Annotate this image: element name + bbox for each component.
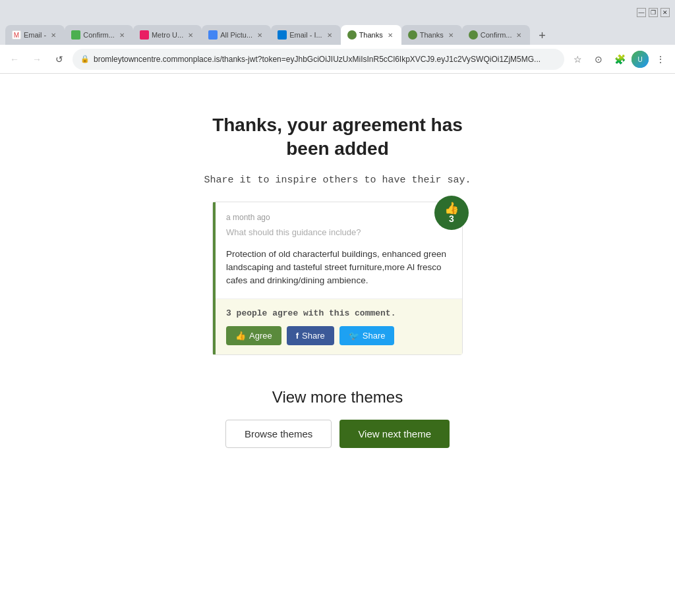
themes-buttons: Browse themes View next theme xyxy=(225,420,450,448)
profile-button[interactable]: ⊙ xyxy=(589,50,608,69)
tab-favicon-thanks1 xyxy=(347,30,357,40)
tab-close-thanks2[interactable]: ✕ xyxy=(446,30,455,40)
lock-icon: 🔒 xyxy=(80,55,90,63)
tab-metro[interactable]: Metro U... ✕ xyxy=(133,25,202,45)
tab-close-confirm2[interactable]: ✕ xyxy=(514,30,523,40)
page-subtitle: Share it to inspire others to have their… xyxy=(204,175,471,186)
maximize-button[interactable]: ❐ xyxy=(649,8,658,17)
tab-label-confirm2: Confirm... xyxy=(481,31,512,39)
nav-actions: ☆ ⊙ 🧩 U ⋮ xyxy=(568,50,670,69)
back-button[interactable]: ← xyxy=(5,50,24,69)
agree-badge: 👍 3 xyxy=(434,196,469,230)
tab-close-thanks1[interactable]: ✕ xyxy=(386,30,395,40)
twitter-share-label: Share xyxy=(363,331,386,341)
tab-confirm1[interactable]: Confirm... ✕ xyxy=(65,25,133,45)
tab-email1[interactable]: M Email - ✕ xyxy=(5,25,65,45)
comment-card: a month ago What should this guidance in… xyxy=(212,202,463,355)
tab-favicon-email2 xyxy=(278,30,287,40)
facebook-icon: f xyxy=(296,331,299,341)
thumbs-badge-icon: 👍 xyxy=(444,202,459,214)
tab-confirm2[interactable]: Confirm... ✕ xyxy=(462,25,531,45)
comment-body: Protection of old characterful buildings… xyxy=(216,248,462,298)
page-content: Thanks, your agreement has been added Sh… xyxy=(0,74,675,616)
avatar-image: U xyxy=(631,51,649,68)
browse-themes-button[interactable]: Browse themes xyxy=(225,420,332,448)
reload-button[interactable]: ↺ xyxy=(50,50,69,69)
tab-favicon-email1: M xyxy=(12,30,21,40)
svg-text:U: U xyxy=(637,56,642,63)
tab-favicon-confirm2 xyxy=(469,30,478,40)
comment-question: What should this guidance include? xyxy=(226,227,452,237)
url-text: bromleytowncentre.commonplace.is/thanks-… xyxy=(94,55,556,64)
extensions-button[interactable]: 🧩 xyxy=(610,50,629,69)
tab-thanks1[interactable]: Thanks ✕ xyxy=(341,25,401,45)
tab-favicon-thanks2 xyxy=(408,30,417,40)
tab-bar: M Email - ✕ Confirm... ✕ Metro U... ✕ Al… xyxy=(0,21,675,45)
tab-close-metro[interactable]: ✕ xyxy=(186,30,195,40)
tab-label-confirm1: Confirm... xyxy=(83,31,115,39)
tab-favicon-confirm1 xyxy=(71,30,80,40)
forward-button[interactable]: → xyxy=(28,50,46,69)
agree-button-label: Agree xyxy=(249,331,272,341)
tab-label-pictures: All Pictu... xyxy=(220,31,252,39)
tab-label-metro: Metro U... xyxy=(152,31,183,39)
tab-close-pictures[interactable]: ✕ xyxy=(255,30,264,40)
themes-section: View more themes Browse themes View next… xyxy=(225,388,450,448)
view-next-theme-button[interactable]: View next theme xyxy=(339,420,450,448)
comment-time: a month ago xyxy=(226,213,452,222)
window-controls: — ❐ ✕ xyxy=(637,8,670,17)
themes-title: View more themes xyxy=(272,388,403,406)
tab-favicon-pictures xyxy=(208,30,218,40)
tab-close-email2[interactable]: ✕ xyxy=(325,30,334,40)
comment-card-inner: a month ago What should this guidance in… xyxy=(213,202,462,354)
tab-thanks2[interactable]: Thanks ✕ xyxy=(401,25,462,45)
page-title: Thanks, your agreement has been added xyxy=(199,113,476,161)
tab-pictures[interactable]: All Pictu... ✕ xyxy=(202,25,271,45)
agree-count-text: 3 people agree with this comment. xyxy=(226,308,452,318)
facebook-share-button[interactable]: f Share xyxy=(287,326,334,345)
user-avatar[interactable]: U xyxy=(631,51,649,68)
comment-header: a month ago What should this guidance in… xyxy=(216,202,462,248)
tab-label-email1: Email - xyxy=(24,31,46,39)
agree-badge-count: 3 xyxy=(449,214,454,223)
new-tab-button[interactable]: + xyxy=(533,26,551,45)
tab-close-confirm1[interactable]: ✕ xyxy=(117,30,127,40)
tab-email2[interactable]: Email - I... ✕ xyxy=(271,25,341,45)
menu-button[interactable]: ⋮ xyxy=(651,50,670,69)
thumbs-up-icon: 👍 xyxy=(235,331,246,341)
facebook-share-label: Share xyxy=(302,331,325,341)
tab-close-email1[interactable]: ✕ xyxy=(49,30,58,40)
nav-bar: ← → ↺ 🔒 bromleytowncentre.commonplace.is… xyxy=(0,45,675,74)
comment-actions: 👍 Agree f Share 🐦 Share xyxy=(226,326,452,345)
address-bar[interactable]: 🔒 bromleytowncentre.commonplace.is/thank… xyxy=(73,49,564,70)
tab-favicon-metro xyxy=(140,30,149,40)
window-frame: — ❐ ✕ M Email - ✕ Confirm... ✕ Metro U..… xyxy=(0,0,675,74)
bookmark-button[interactable]: ☆ xyxy=(568,50,587,69)
minimize-button[interactable]: — xyxy=(637,8,646,17)
agree-button[interactable]: 👍 Agree xyxy=(226,326,281,345)
tab-label-thanks1: Thanks xyxy=(359,31,383,39)
tab-label-email2: Email - I... xyxy=(289,31,322,39)
twitter-share-button[interactable]: 🐦 Share xyxy=(339,326,395,345)
twitter-icon: 🐦 xyxy=(349,331,359,341)
close-button[interactable]: ✕ xyxy=(660,8,670,17)
comment-footer: 3 people agree with this comment. 👍 Agre… xyxy=(216,298,462,354)
title-bar: — ❐ ✕ xyxy=(0,0,675,21)
tab-label-thanks2: Thanks xyxy=(420,31,444,39)
